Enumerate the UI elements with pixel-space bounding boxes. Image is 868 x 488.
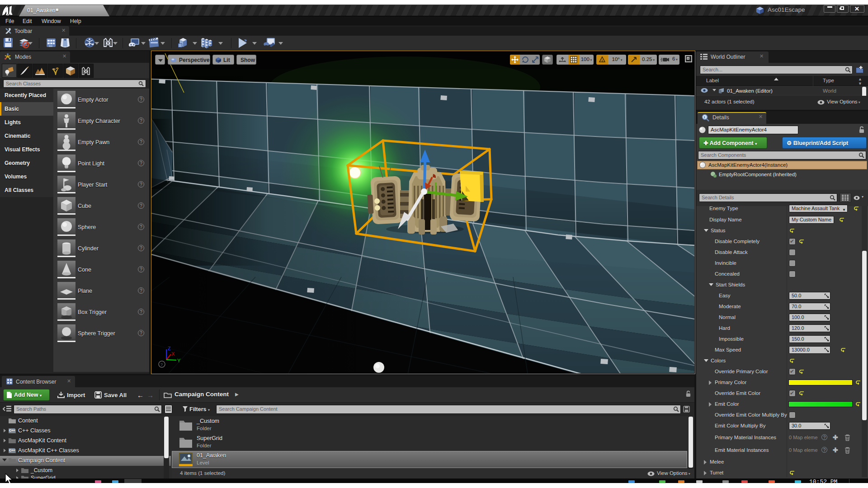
svg-text:Z: Z: [168, 346, 171, 351]
svg-text:i: i: [704, 115, 705, 119]
svg-text:?: ?: [160, 362, 163, 367]
svg-text:X: X: [171, 351, 175, 357]
svg-text:Y: Y: [177, 358, 181, 363]
